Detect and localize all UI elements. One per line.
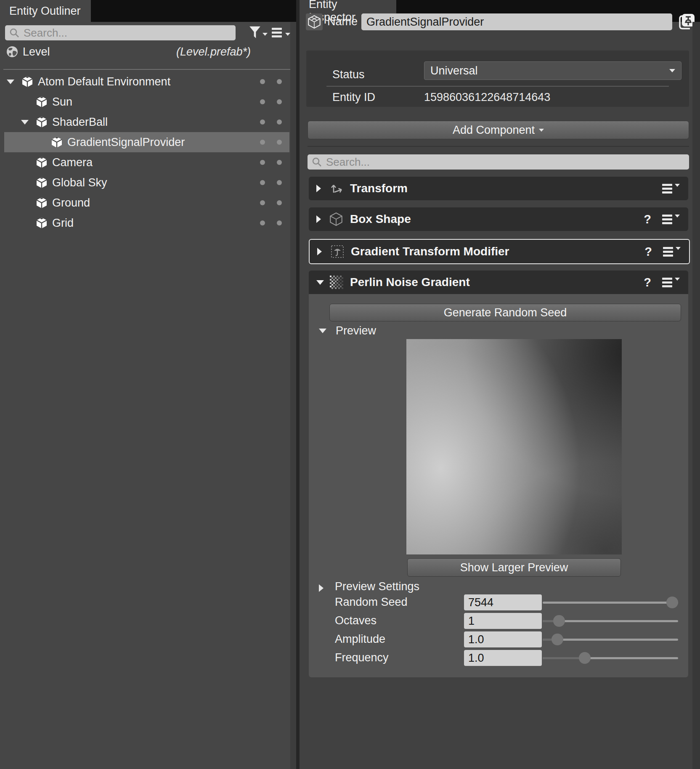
slider-track[interactable]	[543, 602, 678, 604]
expand-caret-icon[interactable]	[316, 185, 330, 192]
status-label: Status	[332, 68, 365, 81]
tree-row-camera[interactable]: Camera	[4, 152, 289, 172]
slider-handle[interactable]	[552, 634, 563, 645]
tree-row-label: Atom Default Environment	[38, 75, 170, 88]
entity-tree: Atom Default EnvironmentSunShaderBallGra…	[4, 72, 289, 233]
preview-settings-label: Preview Settings	[335, 580, 419, 593]
entity-inspector-panel: Entity Inspector Name Status Universal E…	[300, 0, 700, 769]
field-label: Amplitude	[335, 633, 385, 646]
outliner-search[interactable]	[5, 25, 236, 40]
visibility-toggle-dot[interactable]	[260, 140, 265, 145]
component-card-transform: Transform	[309, 177, 688, 200]
slider-handle[interactable]	[666, 597, 678, 608]
tree-row-label: Grid	[52, 217, 74, 230]
perlin-noise-gradient-body: Generate Random Seed Preview Show Larger…	[309, 294, 688, 677]
field-label: Random Seed	[335, 596, 408, 609]
show-larger-preview-button[interactable]: Show Larger Preview	[407, 558, 621, 577]
inspector-scroll-gutter[interactable]	[692, 22, 700, 769]
collapse-caret-icon[interactable]	[7, 80, 22, 84]
outliner-menu-icon[interactable]	[272, 26, 282, 39]
tree-row-label: Global Sky	[52, 176, 107, 189]
noise-grid	[330, 276, 343, 289]
level-row[interactable]: Level (Level.prefab*)	[0, 42, 296, 61]
frequency-input[interactable]	[464, 650, 542, 666]
expand-caret-icon[interactable]	[317, 248, 331, 255]
search-icon	[9, 28, 19, 38]
tab-entity-outliner[interactable]: Entity Outliner	[0, 0, 91, 22]
menu-caret-icon	[676, 247, 681, 250]
amplitude-slider[interactable]	[543, 633, 678, 646]
octaves-input[interactable]	[464, 613, 542, 629]
name-label: Name	[327, 15, 358, 28]
octaves-slider[interactable]	[543, 615, 678, 627]
tree-row-sun[interactable]: Sun	[4, 92, 289, 112]
collapse-caret-icon[interactable]	[316, 280, 330, 285]
help-icon[interactable]: ?	[644, 245, 652, 259]
visibility-toggle-dot[interactable]	[260, 220, 265, 225]
visibility-toggle-dot[interactable]	[260, 160, 265, 165]
visibility-toggle-dot[interactable]	[260, 79, 265, 84]
visibility-toggle-dot[interactable]	[260, 99, 265, 104]
add-component-button[interactable]: Add Component	[308, 121, 689, 139]
component-search[interactable]	[308, 154, 689, 170]
component-card-perlin-noise-gradient: Perlin Noise Gradient ?	[309, 270, 688, 294]
component-menu[interactable]	[662, 182, 680, 195]
visibility-toggle-dot[interactable]	[260, 119, 265, 125]
help-icon[interactable]: ?	[644, 276, 651, 289]
component-search-input[interactable]	[325, 155, 689, 169]
visibility-toggle-dot[interactable]	[260, 180, 265, 185]
lock-toggle-dot[interactable]	[277, 79, 282, 84]
tree-row-global-sky[interactable]: Global Sky	[4, 172, 289, 193]
outliner-scroll-gutter[interactable]	[290, 22, 296, 769]
perlin-field-row-frequency: Frequency	[309, 649, 688, 668]
lock-toggle-dot[interactable]	[277, 160, 282, 165]
tree-row-grid[interactable]: Grid	[4, 213, 289, 233]
slider-handle[interactable]	[579, 652, 591, 664]
globe-icon	[6, 45, 19, 58]
tree-row-gradientsignalprovider[interactable]: GradientSignalProvider	[4, 132, 289, 152]
frequency-slider[interactable]	[543, 652, 678, 664]
component-menu[interactable]	[663, 245, 681, 258]
component-header[interactable]: Box Shape ?	[309, 207, 688, 231]
panel-splitter[interactable]	[296, 0, 300, 769]
random-seed-slider[interactable]	[543, 596, 678, 609]
outliner-menu-caret-icon[interactable]	[285, 33, 290, 36]
preview-collapse-caret-icon[interactable]	[319, 329, 326, 333]
gradient-transform-icon	[331, 245, 345, 258]
component-header[interactable]: Transform	[309, 177, 688, 200]
component-header[interactable]: Gradient Transform Modifier ?	[310, 240, 689, 263]
lock-toggle-dot[interactable]	[277, 99, 282, 104]
help-icon[interactable]: ?	[644, 212, 651, 226]
tree-row-atom-default-environment[interactable]: Atom Default Environment	[4, 72, 289, 92]
tree-row-ground[interactable]: Ground	[4, 193, 289, 213]
lock-toggle-dot[interactable]	[277, 140, 282, 145]
preview-settings-expand-caret-icon[interactable]	[319, 584, 323, 592]
slider-fill	[543, 657, 585, 659]
slider-handle[interactable]	[553, 615, 565, 627]
tree-row-shaderball[interactable]: ShaderBall	[4, 112, 289, 132]
random-seed-input[interactable]	[464, 594, 542, 610]
visibility-toggle-dot[interactable]	[260, 200, 265, 205]
lock-toggle-dot[interactable]	[277, 119, 282, 125]
hamburger-icon	[662, 182, 672, 195]
lock-toggle-dot[interactable]	[277, 220, 282, 225]
status-dropdown[interactable]: Universal	[424, 61, 681, 80]
lock-toggle-dot[interactable]	[277, 180, 282, 185]
menu-caret-icon	[675, 215, 680, 217]
tree-row-label: GradientSignalProvider	[67, 136, 185, 149]
outliner-search-input[interactable]	[23, 26, 236, 40]
component-header[interactable]: Perlin Noise Gradient ?	[309, 270, 688, 294]
expand-caret-icon[interactable]	[316, 215, 330, 223]
lock-toggle-dot[interactable]	[277, 200, 282, 205]
filter-icon[interactable]	[249, 26, 261, 40]
perlin-field-row-octaves: Octaves	[309, 612, 688, 631]
generate-random-seed-button[interactable]: Generate Random Seed	[329, 304, 681, 321]
entity-name-input[interactable]	[361, 13, 672, 30]
filter-caret-icon[interactable]	[262, 33, 268, 36]
component-menu[interactable]	[662, 213, 680, 226]
perlin-field-row-amplitude: Amplitude	[309, 631, 688, 649]
amplitude-input[interactable]	[464, 631, 542, 647]
collapse-caret-icon[interactable]	[21, 120, 36, 125]
component-menu[interactable]	[662, 276, 680, 289]
entity-outliner-panel: Entity Outliner Level (Level.prefab*) At…	[0, 0, 296, 769]
